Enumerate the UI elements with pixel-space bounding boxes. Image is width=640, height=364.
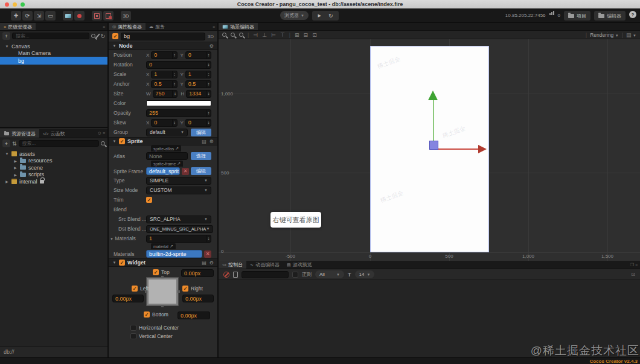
zoom-reset-icon[interactable] [239, 33, 243, 37]
help-doc-icon[interactable]: ▤ [202, 139, 206, 144]
rect-tool-button[interactable]: ▭ [45, 11, 56, 21]
asset-row-internal[interactable]: ▶ internal [0, 178, 107, 185]
tab-game-preview[interactable]: ▤ 游戏预览 [283, 261, 316, 269]
dst-blend-dropdown[interactable]: ONE_MINUS_SRC_ALPHA ▼ [146, 225, 213, 233]
tree-node-canvas[interactable]: ▼ Canvas [0, 43, 107, 50]
sprite-enabled-checkbox[interactable] [119, 138, 125, 144]
close-window-button[interactable] [5, 2, 9, 7]
widget-section-header[interactable]: ▼ Widget ▤⚙ [109, 258, 217, 267]
distribute-h-icon[interactable]: ⊞ [295, 32, 299, 38]
align-left-icon[interactable]: ⊣ [253, 32, 258, 38]
gizmo-x-arrow-icon[interactable] [478, 145, 487, 153]
anchor-x-input[interactable]: 0.5 [151, 80, 177, 88]
preview-target-dropdown[interactable]: 浏览器 ▼ [280, 11, 309, 20]
local-gizmo-button[interactable] [92, 11, 102, 21]
atlas-field[interactable]: None [146, 152, 188, 160]
gizmo-x-axis[interactable] [434, 148, 479, 150]
panel-menu-icon[interactable]: ≡ [213, 25, 215, 29]
scale-x-input[interactable]: 1 [151, 71, 177, 78]
widget-left-input[interactable]: 0.00px [112, 295, 144, 302]
create-asset-button[interactable]: + [2, 139, 10, 147]
fold-arrow-icon[interactable]: ▼ [112, 139, 117, 143]
horizontal-center-checkbox[interactable] [130, 325, 136, 331]
assets-search-input[interactable] [19, 140, 99, 147]
align-h-center-icon[interactable]: ⊥ [262, 32, 267, 38]
zoom-in-icon[interactable] [222, 33, 226, 37]
tab-scene[interactable]: 场景编辑器 [219, 23, 258, 30]
tab-properties[interactable]: ◎ 属性检查器 [109, 23, 146, 30]
edit-icon[interactable] [96, 33, 100, 38]
console-filter-input[interactable] [242, 271, 289, 278]
snap-icon[interactable]: ⊡ [312, 32, 317, 38]
align-top-icon[interactable]: ⊤ [280, 32, 285, 38]
tab-services[interactable]: ☁ 服务 [146, 23, 168, 30]
align-right-icon[interactable]: ⊢ [271, 32, 276, 38]
zoom-out-icon[interactable] [231, 33, 235, 37]
collapse-log-icon[interactable] [233, 272, 238, 278]
help-button[interactable]: ? [629, 11, 636, 18]
fold-arrow-icon[interactable]: ▼ [110, 237, 114, 241]
move-tool-button[interactable]: ✚ [11, 11, 21, 21]
open-editor-button[interactable]: 编辑器 [594, 11, 626, 21]
sprite-section-header[interactable]: ▼ Sprite ▤⚙ [109, 137, 217, 145]
global-gizmo-button[interactable] [103, 11, 114, 21]
tree-node-main-camera[interactable]: Main Camera [0, 50, 107, 57]
anchor-y-input[interactable]: 0.5 [185, 80, 211, 88]
size-h-input[interactable]: 1334 [186, 90, 211, 98]
stepper[interactable] [206, 71, 211, 78]
position-y-input[interactable]: 0 [185, 51, 211, 59]
stepper[interactable] [206, 62, 211, 68]
clear-material-button[interactable] [204, 251, 211, 258]
stepper[interactable] [172, 81, 177, 88]
tab-console[interactable]: >≡ 控制台 [219, 261, 246, 269]
left-checkbox[interactable] [132, 286, 138, 292]
fold-arrow-icon[interactable]: ▼ [112, 261, 117, 264]
materials-fold[interactable]: ▼ Materials [109, 235, 146, 241]
clear-asset-button[interactable] [182, 168, 189, 175]
pivot-mode-button[interactable] [63, 11, 73, 21]
console-settings-icon[interactable]: ⊡ [631, 272, 635, 277]
group-dropdown[interactable]: default ▼ [146, 129, 188, 136]
expand-arrow-icon[interactable]: ▼ [5, 152, 9, 156]
refresh-button[interactable]: ↻ [328, 13, 333, 19]
opacity-input[interactable]: 255 [146, 109, 211, 117]
stepper[interactable] [172, 120, 177, 126]
widget-top-input[interactable]: 0.00px [181, 269, 214, 277]
stepper[interactable] [206, 110, 211, 117]
position-x-input[interactable]: 0 [151, 51, 177, 59]
gear-icon[interactable]: ⚙ [210, 260, 214, 266]
widget-alignment-diagram[interactable] [147, 278, 178, 305]
trim-checkbox[interactable] [146, 197, 152, 203]
minimize-window-button[interactable] [13, 2, 17, 7]
group-edit-button[interactable]: 编辑 [191, 129, 211, 136]
stepper[interactable] [172, 71, 177, 78]
rendering-dropdown[interactable]: Rendering ▼ [590, 32, 619, 38]
size-mode-dropdown[interactable]: CUSTOM ▼ [146, 187, 211, 194]
bottom-checkbox[interactable] [144, 311, 150, 318]
atlas-select-button[interactable]: 选择 [191, 152, 211, 160]
frame-edit-button[interactable]: 编辑 [191, 167, 211, 175]
asset-row-scene[interactable]: ▶ scene [0, 164, 107, 171]
refresh-icon[interactable]: ↻ [100, 33, 105, 39]
widget-enabled-checkbox[interactable] [119, 260, 125, 266]
fold-arrow-icon[interactable]: ▼ [112, 44, 117, 48]
stepper[interactable] [172, 52, 177, 59]
stepper[interactable] [206, 91, 211, 97]
tab-hierarchy[interactable]: ≡ 层级管理器 [0, 23, 36, 30]
hierarchy-search-input[interactable] [12, 33, 89, 39]
3d-badge[interactable]: 3D [208, 34, 214, 39]
clear-console-button[interactable] [223, 272, 229, 278]
rotation-input[interactable]: 0 [146, 61, 211, 69]
node-name-input[interactable] [121, 33, 205, 40]
collapse-arrow-icon[interactable]: ▶ [13, 165, 18, 170]
tab-assets[interactable]: 资源管理器 [0, 129, 39, 138]
node-active-checkbox[interactable] [112, 33, 118, 39]
gear-icon[interactable]: ⚙ [210, 43, 214, 49]
anchor-mode-button[interactable] [74, 11, 85, 21]
stepper[interactable] [206, 81, 211, 88]
distribute-v-icon[interactable]: ⊟ [304, 32, 309, 38]
widget-right-input[interactable]: 0.00px [182, 295, 214, 302]
stepper[interactable] [172, 91, 177, 97]
collapse-arrow-icon[interactable]: ▶ [13, 173, 18, 177]
rotate-tool-button[interactable]: ⟳ [22, 11, 33, 21]
